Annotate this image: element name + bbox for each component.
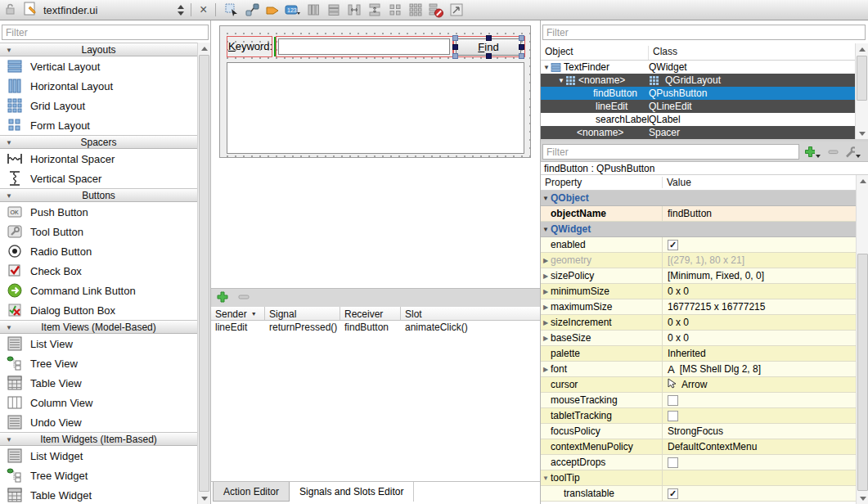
tree-row-searchlabel[interactable]: searchLabel QLabel xyxy=(541,113,855,126)
keyword-line-edit[interactable] xyxy=(278,38,450,55)
scroll-up-icon[interactable] xyxy=(856,43,868,55)
connection-row[interactable]: lineEdit returnPressed() findButton anim… xyxy=(211,321,540,335)
close-icon[interactable]: × xyxy=(195,2,212,18)
selection-handle[interactable] xyxy=(452,53,458,59)
configure-property-editor-button[interactable] xyxy=(844,145,861,159)
adjust-size-icon[interactable] xyxy=(447,2,465,19)
category-buttons[interactable]: ▼Buttons xyxy=(0,188,197,202)
column-header-receiver[interactable]: Receiver xyxy=(340,307,401,320)
remove-connection-button[interactable] xyxy=(237,290,250,306)
layout-vertical-icon[interactable] xyxy=(325,2,342,19)
category-item-widgets[interactable]: ▼Item Widgets (Item-Based) xyxy=(0,432,197,446)
widget-item-list-view[interactable]: List View xyxy=(0,334,197,353)
selection-handle[interactable] xyxy=(519,44,524,50)
form-canvas[interactable]: Keyword: Find xyxy=(219,25,531,158)
property-row-objectname[interactable]: objectName findButton xyxy=(541,206,856,222)
widget-box-filter-input[interactable] xyxy=(2,25,209,40)
property-section-qobject[interactable]: ▼QObject xyxy=(541,191,856,206)
column-header-slot[interactable]: Slot xyxy=(401,307,540,320)
document-name[interactable]: textfinder.ui xyxy=(43,4,173,16)
document-selector-spinner[interactable] xyxy=(174,5,187,16)
remove-dynamic-property-button[interactable] xyxy=(825,145,841,159)
column-header-class[interactable]: Class xyxy=(649,46,677,60)
expand-arrow-icon[interactable]: ▶ xyxy=(541,319,551,326)
tree-row-lineedit[interactable]: lineEdit QLineEdit xyxy=(541,100,855,113)
category-layouts[interactable]: ▼Layouts xyxy=(0,43,197,56)
tree-row-spacer[interactable]: <noname> Spacer xyxy=(541,126,855,139)
widget-item-tree-view[interactable]: Tree View xyxy=(0,353,197,373)
property-row-mousetracking[interactable]: mouseTracking xyxy=(541,393,856,408)
tab-signals-slots-editor[interactable]: Signals and Slots Editor xyxy=(290,482,414,502)
property-row-geometry[interactable]: ▶geometry [(279, 1), 80 x 21] xyxy=(541,253,856,268)
widget-item-column-view[interactable]: Column View xyxy=(0,393,197,412)
widget-item-command-link-button[interactable]: Command Link Button xyxy=(0,281,197,300)
scroll-down-icon[interactable] xyxy=(856,128,868,139)
lock-icon[interactable] xyxy=(5,3,16,17)
scrollbar-thumb[interactable] xyxy=(857,254,868,491)
widget-item-horizontal-spacer[interactable]: Horizontal Spacer xyxy=(0,149,197,169)
widget-item-vertical-layout[interactable]: Vertical Layout xyxy=(0,56,197,76)
widget-item-undo-view[interactable]: Undo View xyxy=(0,412,197,432)
widget-item-table-view[interactable]: Table View xyxy=(0,373,197,393)
expand-arrow-icon[interactable]: ▶ xyxy=(541,272,551,280)
find-button-selection[interactable]: Find xyxy=(456,38,521,56)
text-edit-widget[interactable] xyxy=(227,62,524,154)
property-row-cursor[interactable]: cursor Arrow xyxy=(541,377,856,393)
selection-handle[interactable] xyxy=(519,53,524,59)
checkbox-checked[interactable]: ✓ xyxy=(668,240,678,250)
add-connection-button[interactable] xyxy=(216,290,229,306)
category-item-views[interactable]: ▼Item Views (Model-Based) xyxy=(0,320,197,334)
scroll-up-icon[interactable] xyxy=(198,43,210,54)
property-row-enabled[interactable]: enabled ✓ xyxy=(541,237,856,253)
widget-item-horizontal-layout[interactable]: Horizontal Layout xyxy=(0,76,197,96)
column-header-sender[interactable]: Sender▼ xyxy=(211,307,265,320)
property-section-qwidget[interactable]: ▼QWidget xyxy=(541,222,856,237)
category-spacers[interactable]: ▼Spacers xyxy=(0,135,197,149)
scroll-up-icon[interactable] xyxy=(857,175,868,187)
selection-handle[interactable] xyxy=(486,53,492,59)
widget-item-list-widget[interactable]: List Widget xyxy=(0,446,197,466)
scroll-down-icon[interactable] xyxy=(198,493,210,504)
checkbox-unchecked[interactable] xyxy=(668,395,678,406)
add-dynamic-property-button[interactable] xyxy=(804,145,821,159)
widget-item-tool-button[interactable]: Tool Button xyxy=(0,222,197,241)
checkbox-checked[interactable]: ✓ xyxy=(668,488,678,499)
column-header-property[interactable]: Property xyxy=(541,177,663,188)
property-row-translatable[interactable]: translatable ✓ xyxy=(541,486,856,502)
widget-item-tree-widget[interactable]: Tree Widget xyxy=(0,466,197,485)
expand-arrow-icon[interactable]: ▶ xyxy=(541,304,551,311)
widget-item-dialog-button-box[interactable]: Dialog Button Box xyxy=(0,300,197,320)
property-row-palette[interactable]: palette Inherited xyxy=(541,346,856,362)
widget-item-radio-button[interactable]: Radio Button xyxy=(0,241,197,261)
expand-arrow-icon[interactable]: ▶ xyxy=(541,257,551,264)
property-editor-scrollbar[interactable] xyxy=(856,175,868,504)
tree-row-textfinder[interactable]: ▼ TextFinder QWidget xyxy=(541,61,855,74)
tree-row-findbutton[interactable]: findButton QPushButton xyxy=(541,87,855,100)
property-row-focuspolicy[interactable]: focusPolicy StrongFocus xyxy=(541,424,856,439)
layout-horizontal-icon[interactable] xyxy=(304,2,322,19)
widget-item-table-widget[interactable]: Table Widget xyxy=(0,485,197,504)
selection-handle[interactable] xyxy=(519,35,524,41)
property-row-contextmenupolicy[interactable]: contextMenuPolicy DefaultContextMenu xyxy=(541,439,856,455)
property-row-minimumsize[interactable]: ▶minimumSize 0 x 0 xyxy=(541,284,856,299)
expand-arrow-icon[interactable]: ▼ xyxy=(557,77,565,84)
layout-form-icon[interactable] xyxy=(386,2,403,19)
widget-box-scrollbar[interactable] xyxy=(197,43,210,504)
expand-arrow-icon[interactable]: ▶ xyxy=(541,288,551,295)
scroll-down-icon[interactable] xyxy=(857,493,868,504)
edit-widgets-icon[interactable] xyxy=(223,2,240,19)
widget-item-vertical-spacer[interactable]: Vertical Spacer xyxy=(0,169,197,188)
property-row-sizepolicy[interactable]: ▶sizePolicy [Minimum, Fixed, 0, 0] xyxy=(541,268,856,284)
column-header-value[interactable]: Value xyxy=(663,177,691,188)
selection-handle[interactable] xyxy=(452,35,458,41)
selection-handle[interactable] xyxy=(452,44,458,50)
keyword-label[interactable]: Keyword: xyxy=(228,40,272,52)
column-header-signal[interactable]: Signal xyxy=(265,307,340,320)
tree-row-gridlayout[interactable]: ▼ <noname> QGridLayout xyxy=(541,74,855,87)
collapse-arrow-icon[interactable]: ▼ xyxy=(541,475,551,482)
property-row-font[interactable]: ▶font A[MS Shell Dlg 2, 8] xyxy=(541,362,856,377)
layout-vertical-splitter-icon[interactable] xyxy=(366,2,383,19)
checkbox-unchecked[interactable] xyxy=(668,457,678,468)
object-inspector-scrollbar[interactable] xyxy=(855,43,868,139)
widget-item-push-button[interactable]: OK Push Button xyxy=(0,202,197,222)
